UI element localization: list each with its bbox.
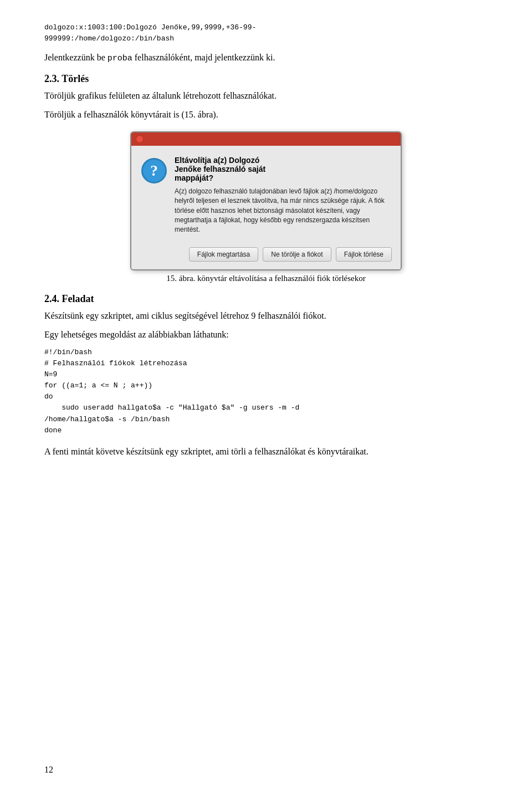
intro-code: proba: [108, 54, 132, 63]
dialog-description: A(z) dolgozo felhasználó tulajdonában le…: [175, 187, 391, 235]
dialog-screenshot-container: ? Eltávolítja a(z) DolgozóJenőke felhasz…: [44, 131, 488, 270]
dialog-buttons-area: Fájlok megtartása Ne törölje a fiókot Fá…: [131, 242, 401, 269]
code-line7: /home/hallgato$a -s /bin/bash: [44, 414, 488, 425]
intro-paragraph: Jelentkezzünk be proba felhasználóként, …: [44, 51, 488, 65]
figure-caption: 15. ábra. könyvtár eltávolítása a felhas…: [44, 274, 488, 283]
section2-para1: Készítsünk egy szkriptet, ami ciklus seg…: [44, 309, 488, 323]
dialog-titlebar: [131, 132, 401, 146]
code-line2: # Felhasználói fiókok létrehozása: [44, 358, 488, 369]
keep-files-button[interactable]: Fájlok megtartása: [189, 247, 258, 262]
code-line4: for ((a=1; a <= N ; a++)): [44, 380, 488, 391]
top-code-block: dolgozo:x:1003:100:Dolgozó Jenőke,99,999…: [44, 22, 488, 44]
closing-paragraph: A fenti mintát követve készítsünk egy sz…: [44, 445, 488, 458]
section-para2: Töröljük a felhasználók könyvtárait is (…: [44, 108, 488, 121]
dialog-close-button[interactable]: [136, 135, 144, 143]
dialog-body: ? Eltávolítja a(z) DolgozóJenőke felhasz…: [131, 146, 401, 242]
code-line3: N=9: [44, 369, 488, 380]
dialog-question-icon: ?: [141, 158, 167, 183]
page-number: 12: [44, 765, 53, 775]
top-code-line1: dolgozo:x:1003:100:Dolgozó Jenőke,99,999…: [44, 22, 488, 33]
code-line5: do: [44, 391, 488, 402]
section-para1: Töröljük grafikus felületen az általunk …: [44, 89, 488, 103]
dialog-box: ? Eltávolítja a(z) DolgozóJenőke felhasz…: [130, 131, 402, 270]
intro-text2: felhasználóként, majd jelentkezzünk ki.: [132, 53, 275, 62]
top-code-line2: 999999:/home/dolgozo:/bin/bash: [44, 33, 488, 44]
section-heading: 2.3. Törlés: [44, 73, 488, 85]
delete-files-button[interactable]: Fájlok törlése: [336, 247, 392, 262]
code-line6: sudo useradd hallgato$a -c "Hallgató $a"…: [44, 402, 488, 413]
dialog-icon-area: ?: [141, 156, 167, 235]
dialog-title-text: Eltávolítja a(z) DolgozóJenőke felhaszná…: [175, 156, 391, 182]
section2-para2: Egy lehetséges megoldást az alábbiakban …: [44, 328, 488, 341]
no-delete-button[interactable]: Ne törölje a fiókot: [263, 247, 331, 262]
section2-heading: 2.4. Feladat: [44, 293, 488, 305]
intro-text1: Jelentkezzünk be: [44, 53, 108, 62]
script-code-block: #!/bin/bash # Felhasználói fiókok létreh…: [44, 347, 488, 436]
dialog-content: Eltávolítja a(z) DolgozóJenőke felhaszná…: [175, 156, 391, 235]
code-line8: done: [44, 425, 488, 436]
code-line1: #!/bin/bash: [44, 347, 488, 358]
